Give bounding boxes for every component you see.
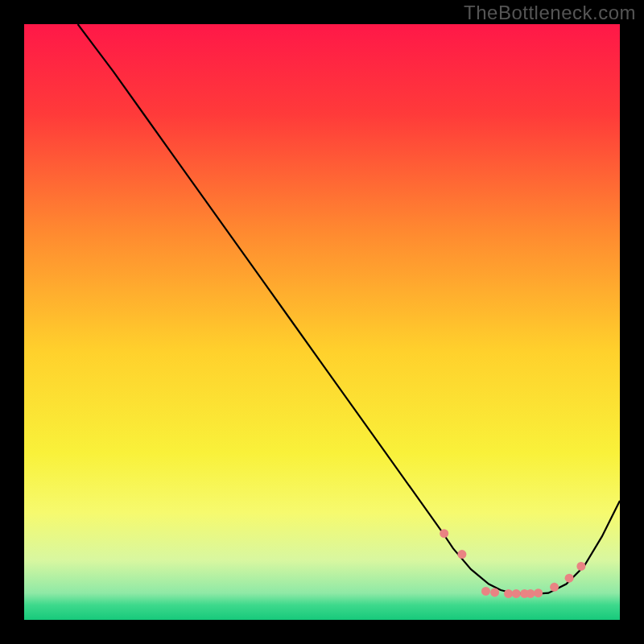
watermark-text: TheBottleneck.com bbox=[464, 2, 636, 24]
chart-frame: TheBottleneck.com bbox=[0, 0, 644, 644]
curve-marker bbox=[526, 589, 535, 598]
plot-area bbox=[24, 24, 620, 620]
curve-marker bbox=[440, 529, 448, 538]
curve-marker bbox=[457, 550, 466, 559]
curve-marker bbox=[565, 574, 574, 583]
curve-marker bbox=[534, 588, 543, 597]
curve-marker bbox=[576, 562, 585, 571]
curve-marker bbox=[490, 588, 499, 597]
curve-marker bbox=[481, 587, 490, 596]
curve-marker bbox=[550, 583, 559, 592]
plot-svg bbox=[24, 24, 620, 620]
curve-marker bbox=[512, 589, 521, 598]
gradient-background bbox=[24, 24, 620, 620]
curve-marker bbox=[504, 589, 513, 598]
